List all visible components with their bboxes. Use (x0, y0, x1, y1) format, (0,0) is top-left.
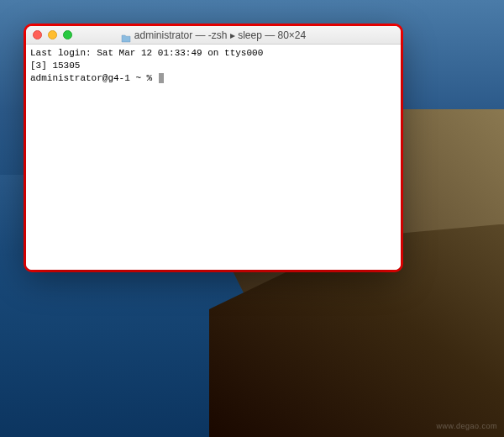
terminal-content[interactable]: Last login: Sat Mar 12 01:33:49 on ttys0… (26, 45, 401, 270)
folder-icon (121, 31, 131, 39)
title-wrap: administrator — -zsh ▸ sleep — 80×24 (26, 29, 401, 41)
minimize-button[interactable] (48, 30, 57, 39)
window-title: administrator — -zsh ▸ sleep — 80×24 (134, 29, 306, 41)
watermark-text: www.degao.com (436, 422, 497, 430)
traffic-lights (26, 30, 72, 39)
maximize-button[interactable] (63, 30, 72, 39)
terminal-window[interactable]: administrator — -zsh ▸ sleep — 80×24 Las… (26, 26, 401, 270)
close-button[interactable] (33, 30, 42, 39)
terminal-prompt: administrator@g4-1 ~ % (30, 73, 158, 83)
terminal-line-last-login: Last login: Sat Mar 12 01:33:49 on ttys0… (30, 48, 263, 58)
window-titlebar[interactable]: administrator — -zsh ▸ sleep — 80×24 (26, 26, 401, 45)
cursor-icon (159, 73, 164, 83)
desktop-background: administrator — -zsh ▸ sleep — 80×24 Las… (0, 0, 504, 437)
terminal-line-job: [3] 15305 (30, 61, 80, 71)
